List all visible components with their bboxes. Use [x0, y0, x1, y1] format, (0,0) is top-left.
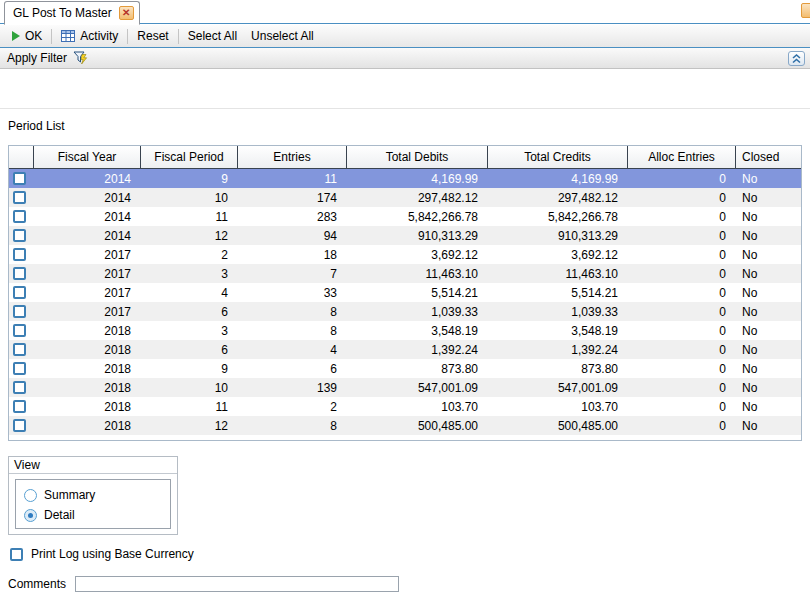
- row-checkbox-icon[interactable]: [13, 191, 26, 204]
- row-checkbox-icon[interactable]: [13, 248, 26, 261]
- grid-header-total-credits[interactable]: Total Credits: [488, 146, 628, 168]
- cell-entries: 4: [238, 343, 347, 357]
- activity-button[interactable]: Activity: [54, 27, 125, 45]
- table-row[interactable]: 2014 9 11 4,169.99 4,169.99 0 No: [9, 169, 801, 188]
- table-row[interactable]: 2014 11 283 5,842,266.78 5,842,266.78 0 …: [9, 207, 801, 226]
- comments-input[interactable]: [75, 576, 399, 592]
- table-row[interactable]: 2018 3 8 3,548.19 3,548.19 0 No: [9, 321, 801, 340]
- table-row[interactable]: 2018 9 6 873.80 873.80 0 No: [9, 359, 801, 378]
- cell-total-debits: 3,692.12: [347, 248, 488, 262]
- cell-fiscal-year: 2017: [34, 305, 141, 319]
- grid-header-alloc-entries[interactable]: Alloc Entries: [628, 146, 736, 168]
- cell-fiscal-year: 2018: [34, 381, 141, 395]
- row-checkbox-icon[interactable]: [13, 229, 26, 242]
- grid-header-fiscal-year[interactable]: Fiscal Year: [34, 146, 141, 168]
- cell-fiscal-period: 4: [141, 286, 238, 300]
- grid-header-fiscal-period[interactable]: Fiscal Period: [141, 146, 238, 168]
- row-select-cell[interactable]: [9, 400, 34, 413]
- chevron-double-up-icon[interactable]: [788, 51, 805, 66]
- table-row[interactable]: 2014 12 94 910,313.29 910,313.29 0 No: [9, 226, 801, 245]
- row-checkbox-icon[interactable]: [13, 419, 26, 432]
- row-select-cell[interactable]: [9, 324, 34, 337]
- cell-total-debits: 500,485.00: [347, 419, 488, 433]
- cell-closed: No: [736, 400, 801, 414]
- table-row[interactable]: 2017 6 8 1,039.33 1,039.33 0 No: [9, 302, 801, 321]
- row-select-cell[interactable]: [9, 172, 34, 185]
- period-list-grid: Fiscal Year Fiscal Period Entries Total …: [8, 145, 802, 441]
- row-checkbox-icon[interactable]: [13, 210, 26, 223]
- table-row[interactable]: 2018 12 8 500,485.00 500,485.00 0 No: [9, 416, 801, 435]
- grid-body: 2014 9 11 4,169.99 4,169.99 0 No 2014 10…: [9, 169, 801, 435]
- cell-alloc-entries: 0: [628, 229, 736, 243]
- grid-header-entries[interactable]: Entries: [238, 146, 347, 168]
- print-log-checkbox-icon[interactable]: [10, 548, 23, 561]
- cell-entries: 2: [238, 400, 347, 414]
- cell-fiscal-year: 2018: [34, 362, 141, 376]
- cell-total-debits: 4,169.99: [347, 172, 488, 186]
- cell-total-credits: 3,548.19: [488, 324, 628, 338]
- corner-icon[interactable]: [801, 3, 810, 18]
- close-icon[interactable]: ✕: [119, 6, 134, 20]
- row-checkbox-icon[interactable]: [13, 381, 26, 394]
- reset-button[interactable]: Reset: [130, 27, 175, 45]
- radio-icon[interactable]: [24, 489, 37, 502]
- table-row[interactable]: 2017 4 33 5,514.21 5,514.21 0 No: [9, 283, 801, 302]
- radio-icon[interactable]: [24, 509, 37, 522]
- table-row[interactable]: 2014 10 174 297,482.12 297,482.12 0 No: [9, 188, 801, 207]
- row-select-cell[interactable]: [9, 343, 34, 356]
- table-row[interactable]: 2018 6 4 1,392.24 1,392.24 0 No: [9, 340, 801, 359]
- row-select-cell[interactable]: [9, 229, 34, 242]
- activity-button-label: Activity: [80, 29, 118, 43]
- row-select-cell[interactable]: [9, 248, 34, 261]
- row-checkbox-icon[interactable]: [13, 362, 26, 375]
- row-select-cell[interactable]: [9, 286, 34, 299]
- table-row[interactable]: 2018 11 2 103.70 103.70 0 No: [9, 397, 801, 416]
- table-row[interactable]: 2018 10 139 547,001.09 547,001.09 0 No: [9, 378, 801, 397]
- radio-summary[interactable]: Summary: [24, 485, 170, 505]
- print-log-row[interactable]: Print Log using Base Currency: [10, 547, 194, 561]
- row-select-cell[interactable]: [9, 305, 34, 318]
- cell-closed: No: [736, 305, 801, 319]
- row-checkbox-icon[interactable]: [13, 343, 26, 356]
- cell-entries: 6: [238, 362, 347, 376]
- row-select-cell[interactable]: [9, 362, 34, 375]
- row-checkbox-icon[interactable]: [13, 267, 26, 280]
- cell-total-credits: 297,482.12: [488, 191, 628, 205]
- cell-alloc-entries: 0: [628, 305, 736, 319]
- row-checkbox-icon[interactable]: [13, 305, 26, 318]
- cell-entries: 7: [238, 267, 347, 281]
- cell-alloc-entries: 0: [628, 172, 736, 186]
- cell-fiscal-period: 3: [141, 324, 238, 338]
- table-row[interactable]: 2017 3 7 11,463.10 11,463.10 0 No: [9, 264, 801, 283]
- tab-gl-post-to-master[interactable]: GL Post To Master ✕: [4, 1, 140, 25]
- row-checkbox-icon[interactable]: [13, 172, 26, 185]
- row-checkbox-icon[interactable]: [13, 400, 26, 413]
- ok-button[interactable]: OK: [5, 27, 49, 45]
- cell-total-credits: 5,842,266.78: [488, 210, 628, 224]
- view-group: View Summary Detail: [8, 456, 178, 535]
- filter-lightning-icon[interactable]: [73, 51, 88, 65]
- cell-fiscal-period: 11: [141, 400, 238, 414]
- cell-entries: 11: [238, 172, 347, 186]
- row-select-cell[interactable]: [9, 210, 34, 223]
- grid-header-closed[interactable]: Closed: [736, 146, 801, 168]
- table-row[interactable]: 2017 2 18 3,692.12 3,692.12 0 No: [9, 245, 801, 264]
- cell-alloc-entries: 0: [628, 324, 736, 338]
- row-checkbox-icon[interactable]: [13, 286, 26, 299]
- cell-total-credits: 4,169.99: [488, 172, 628, 186]
- unselect-all-button[interactable]: Unselect All: [244, 27, 321, 45]
- radio-detail[interactable]: Detail: [24, 505, 170, 525]
- cell-closed: No: [736, 210, 801, 224]
- row-select-cell[interactable]: [9, 419, 34, 432]
- apply-filter-title: Apply Filter: [7, 51, 67, 65]
- select-all-button[interactable]: Select All: [181, 27, 244, 45]
- cell-fiscal-period: 9: [141, 172, 238, 186]
- row-select-cell[interactable]: [9, 267, 34, 280]
- row-checkbox-icon[interactable]: [13, 324, 26, 337]
- cell-closed: No: [736, 172, 801, 186]
- row-select-cell[interactable]: [9, 381, 34, 394]
- row-select-cell[interactable]: [9, 191, 34, 204]
- cell-alloc-entries: 0: [628, 248, 736, 262]
- grid-header-total-debits[interactable]: Total Debits: [347, 146, 488, 168]
- cell-closed: No: [736, 191, 801, 205]
